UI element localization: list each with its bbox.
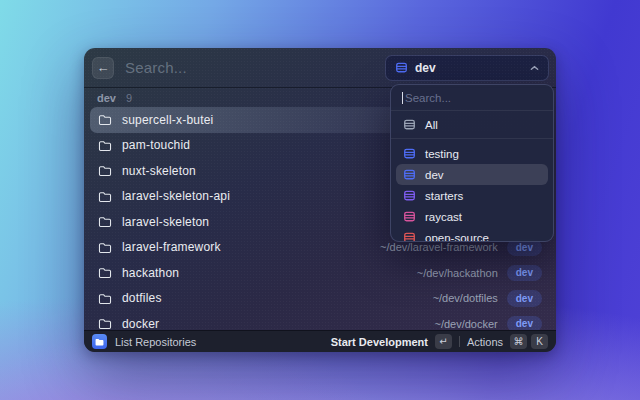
dropdown-item-label: dev [425,169,444,181]
divider [459,336,460,347]
dropdown-items: All testing dev starters [391,111,553,242]
drawer-icon [403,118,416,131]
repo-path: ~/dev/docker [434,318,497,330]
repo-name: dotfiles [122,291,162,305]
dropdown-item-label: open-source [425,232,489,243]
divider [391,138,553,139]
folder-icon [98,241,112,254]
primary-action-button[interactable]: Start Development ↵ [331,334,452,349]
drawer-icon [403,189,416,202]
folder-icon [98,215,112,228]
repo-name: docker [122,317,159,331]
folder-icon [98,113,112,126]
dropdown-item[interactable]: raycast [396,206,548,227]
text-caret [402,92,403,104]
folder-icon [95,338,104,346]
repo-path: ~/dev/dotfiles [433,292,498,304]
repository-filter-dropdown[interactable]: dev [385,55,549,81]
return-key: ↵ [435,334,452,349]
app-icon [92,334,107,349]
dropdown-item-label: All [425,119,438,131]
action-bar: List Repositories Start Development ↵ Ac… [84,330,556,352]
repo-meta: ~/dev/hackathon dev [417,265,542,282]
drawer-icon [403,168,416,181]
dropdown-item-label: starters [425,190,463,202]
repo-path: ~/dev/hackathon [417,267,498,279]
repo-badge: dev [507,265,542,282]
repo-name: laravel-framework [122,240,221,254]
actions-label: Actions [467,336,503,348]
folder-icon [98,139,112,152]
filter-selected-value: dev [415,61,436,75]
folder-icon [98,317,112,330]
drawer-icon [403,147,416,160]
primary-action-label: Start Development [331,336,428,348]
repo-meta: ~/dev/dotfiles dev [433,290,542,307]
repo-name: laravel-skeleton [122,215,209,229]
list-item[interactable]: dotfiles ~/dev/dotfiles dev [90,286,550,312]
drawer-icon [403,231,416,242]
search-input[interactable]: Search... [125,59,385,76]
footer-actions: Start Development ↵ Actions ⌘K [331,334,548,349]
repo-badge: dev [507,290,542,307]
filter-dropdown-panel: Search... All testing dev [390,84,554,242]
drawer-icon [395,61,408,74]
arrow-left-icon: ← [97,61,110,74]
section-count: 9 [126,92,132,104]
folder-icon [98,292,112,305]
drawer-icon [403,210,416,223]
repo-name: supercell-x-butei [122,113,213,127]
dropdown-item[interactable]: dev [396,164,548,185]
app-title: List Repositories [115,336,196,348]
desktop-background: ← Search... dev dev [0,0,640,400]
actions-shortcut-keys: ⌘K [510,334,548,349]
repo-name: laravel-skeleton-api [122,189,230,203]
actions-button[interactable]: Actions ⌘K [467,334,548,349]
dropdown-item[interactable]: testing [396,143,548,164]
repo-name: pam-touchid [122,138,190,152]
section-label: dev [97,92,116,104]
repo-name: nuxt-skeleton [122,164,196,178]
chevron-up-icon [530,65,539,71]
dropdown-search-input[interactable]: Search... [391,85,553,111]
folder-icon [98,164,112,177]
search-bar: ← Search... dev [84,48,556,88]
k-key: K [531,334,548,349]
cmd-key: ⌘ [510,334,527,349]
dropdown-item-label: raycast [425,211,462,223]
repo-path: ~/dev/laravel-framework [380,241,498,253]
folder-icon [98,266,112,279]
dropdown-item[interactable]: All [391,111,553,138]
launcher-window: ← Search... dev dev [84,48,556,352]
folder-icon [98,190,112,203]
dropdown-item[interactable]: open-source [396,227,548,242]
dropdown-item-label: testing [425,148,459,160]
back-button[interactable]: ← [92,57,114,79]
repo-name: hackathon [122,266,179,280]
dropdown-item[interactable]: starters [396,185,548,206]
dropdown-search-placeholder: Search... [405,92,451,104]
list-item[interactable]: hackathon ~/dev/hackathon dev [90,260,550,286]
